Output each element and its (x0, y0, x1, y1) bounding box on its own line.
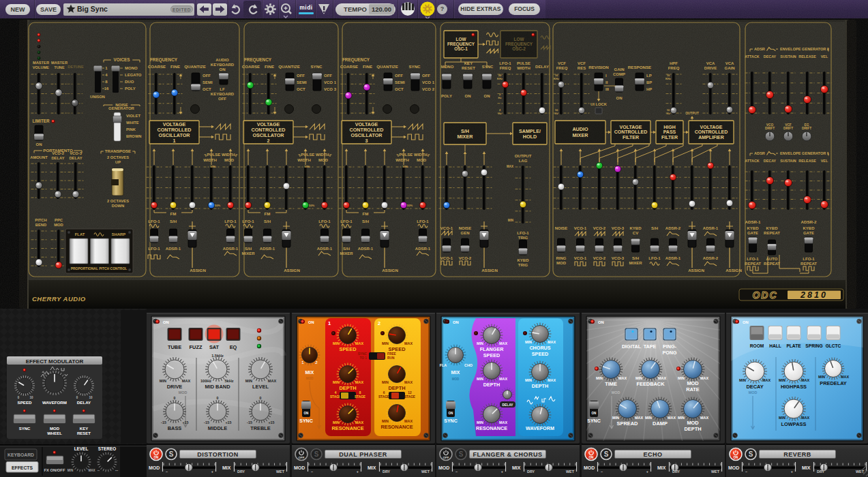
svg-text:MIDDLE: MIDDLE (208, 425, 227, 431)
svg-text:WET: WET (711, 470, 720, 474)
svg-text:MIN: MIN (382, 341, 389, 345)
svg-text:PLATE: PLATE (786, 343, 801, 348)
svg-text:FINE: FINE (265, 64, 274, 69)
svg-text:KHz: KHz (497, 77, 503, 80)
svg-text:8: 8 (359, 391, 361, 395)
svg-text:MAX: MAX (499, 341, 507, 345)
svg-text:–: – (455, 470, 458, 474)
svg-text:VCO-1: VCO-1 (574, 256, 587, 260)
svg-text:VCO-3: VCO-3 (70, 151, 82, 155)
svg-text:SPEED: SPEED (339, 346, 357, 352)
svg-text:DUAL PHASER: DUAL PHASER (339, 451, 387, 458)
svg-text:SPRING: SPRING (805, 343, 822, 348)
svg-text:SYNC: SYNC (444, 418, 457, 423)
svg-text:STAGE: STAGE (404, 395, 416, 399)
svg-text:ADSR-1: ADSR-1 (703, 226, 719, 230)
svg-text:VCO-2: VCO-2 (459, 256, 472, 260)
svg-text:ADSR-1: ADSR-1 (745, 219, 761, 224)
svg-text:MOD: MOD (584, 465, 595, 470)
svg-text:MIN: MIN (739, 378, 746, 382)
svg-text:2 OCTAVES: 2 OCTAVES (107, 199, 129, 203)
svg-text:FUZZ: FUZZ (190, 344, 203, 350)
svg-text:PITCH: PITCH (35, 218, 46, 222)
svg-text:0: 0 (174, 396, 176, 400)
svg-text:S: S (604, 450, 609, 458)
svg-text:MAX: MAX (841, 375, 849, 379)
svg-text:KEY: KEY (464, 61, 473, 65)
svg-text:ON: ON (154, 456, 160, 459)
svg-text:MOD: MOD (224, 158, 235, 162)
svg-text:OFF: OFF (218, 97, 226, 101)
svg-text:VCO-3: VCO-3 (612, 226, 625, 230)
svg-text:SEMI: SEMI (297, 80, 307, 84)
svg-text:ON: ON (465, 94, 471, 98)
svg-text:FREE: FREE (387, 352, 397, 356)
svg-text:MAX: MAX (762, 378, 770, 382)
svg-text:DEPTH: DEPTH (532, 383, 548, 389)
svg-text:MAX: MAX (618, 376, 627, 380)
svg-text:S: S (169, 450, 174, 458)
svg-text:MIN: MIN (382, 419, 389, 423)
svg-text:VCF: VCF (558, 61, 566, 65)
svg-text:LFO-1: LFO-1 (803, 257, 815, 261)
svg-text:OFF: OFF (395, 74, 403, 78)
svg-text:–: – (311, 470, 313, 474)
svg-text:KYBD: KYBD (629, 226, 642, 230)
svg-text:LOW: LOW (456, 37, 467, 42)
svg-text:VOLTAGE: VOLTAGE (620, 125, 642, 129)
svg-text:MOD: MOD (749, 390, 758, 395)
svg-text:OCT: OCT (297, 87, 305, 91)
svg-text:OFF: OFF (299, 456, 305, 459)
svg-text:MAX: MAX (182, 379, 191, 383)
svg-text:MAX: MAX (801, 378, 809, 382)
svg-text:MIN: MIN (304, 165, 310, 168)
svg-text:SUSTAIN: SUSTAIN (780, 55, 796, 59)
svg-text:MOD: MOD (179, 390, 188, 395)
svg-text:UI LOCK: UI LOCK (590, 102, 608, 106)
svg-text:LFO-1: LFO-1 (148, 247, 160, 251)
svg-text:FREQ: FREQ (668, 66, 680, 70)
svg-text:ON: ON (592, 412, 597, 415)
svg-text:DUO: DUO (125, 80, 134, 84)
svg-text:MIN: MIN (635, 376, 642, 380)
svg-text:PINK: PINK (126, 127, 136, 132)
svg-text:REVERB: REVERB (783, 451, 811, 458)
svg-text:DRIFT: DRIFT (802, 127, 811, 130)
svg-text:AMOUNT: AMOUNT (30, 155, 48, 159)
svg-text:DRIFT: DRIFT (783, 127, 793, 130)
svg-text:MAX: MAX (801, 416, 809, 420)
svg-text:MIN: MIN (477, 377, 483, 381)
svg-text:KEYBOARD: KEYBOARD (211, 92, 235, 96)
svg-text:LIMITER: LIMITER (32, 119, 50, 123)
svg-text:STAGE: STAGE (378, 395, 390, 399)
svg-text:ADSR-1: ADSR-1 (665, 256, 681, 260)
svg-text:S/H: S/H (245, 247, 252, 251)
svg-text:MOD: MOD (54, 223, 63, 227)
svg-text:1.5kHz: 1.5kHz (211, 354, 224, 358)
svg-text:DEPTH: DEPTH (483, 382, 500, 388)
svg-text:SEMI: SEMI (203, 80, 213, 84)
svg-text:MIX: MIX (657, 465, 666, 470)
svg-text:II: II (605, 80, 608, 84)
svg-text:LEGATO: LEGATO (125, 73, 142, 77)
svg-text:DRIVE: DRIVE (167, 384, 183, 390)
svg-text:VCO-2: VCO-2 (593, 226, 606, 230)
svg-text:2: 2 (378, 320, 380, 326)
svg-text:KYBD: KYBD (747, 226, 759, 230)
svg-text:RESET: RESET (77, 431, 91, 435)
svg-text:DELAY: DELAY (69, 156, 82, 160)
svg-text:0: 0 (217, 396, 219, 400)
svg-text:MIX: MIX (222, 465, 231, 470)
svg-text:MIN: MIN (210, 165, 215, 168)
svg-text:PASS: PASS (663, 129, 676, 134)
svg-text:MOD: MOD (50, 427, 60, 431)
svg-text:MIN: MIN (678, 376, 685, 380)
svg-text:OFF: OFF (324, 74, 332, 78)
svg-text:+: + (791, 470, 793, 474)
svg-text:ATTACK: ATTACK (745, 55, 759, 59)
svg-text:HIGHPASS: HIGHPASS (781, 384, 807, 390)
svg-text:SYNC: SYNC (310, 64, 323, 69)
svg-text:RESONANCE: RESONANCE (476, 425, 507, 431)
svg-text:ADSR-1: ADSR-1 (223, 247, 239, 251)
svg-text:COARSE: COARSE (340, 64, 358, 69)
